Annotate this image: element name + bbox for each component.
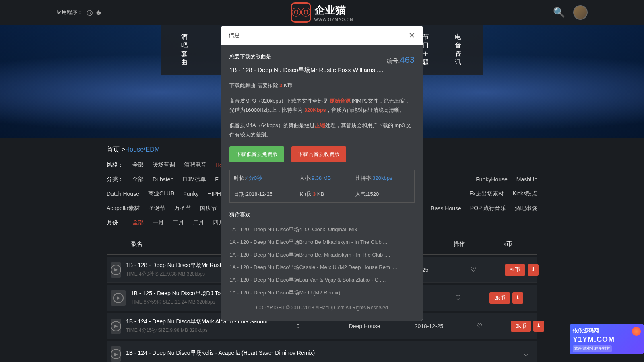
modal-body: 您要下载的歌曲是： 编号:463 1B - 128 - Deep Nu Disc…	[221, 45, 423, 321]
modal-prompt: 您要下载的歌曲是： 编号:463	[229, 52, 415, 61]
info-bitrate: 320kbps	[372, 175, 392, 181]
modal-info-table: 时长:4分0秒 大小:9.38 MB 比特率:320kbps 日期:2018-1…	[229, 170, 415, 203]
recommendation-item[interactable]: 1A - 120 - Deep Nu Disco早场Lou Van & Vija…	[229, 274, 415, 286]
modal-title: 信息	[229, 32, 240, 39]
recommendation-item[interactable]: 1A - 120 - Deep Nu Disco早场4_O_Clock_Orig…	[229, 223, 415, 236]
info-date: 2018-12-25	[246, 191, 273, 197]
modal-desc-lq: 低音质M4A（64kbps）的舞曲是经过压缩处理，其音质会和用户下载的 mp3 …	[229, 121, 415, 140]
recommendation-item[interactable]: 1A - 120 - Deep Nu Disco早场Cassie - Me x …	[229, 261, 415, 274]
modal-header: 信息 ✕	[221, 26, 423, 45]
download-free-button[interactable]: 下载低音质免费版	[229, 146, 284, 162]
info-popularity: 1520	[367, 191, 379, 197]
modal-line1: 您要下载的歌曲是：	[229, 53, 277, 60]
info-duration: 4分0秒	[246, 175, 262, 181]
download-paid-button[interactable]: 下载高音质收费版	[291, 146, 346, 162]
modal-footer: COPYRIGHT © 2016-2018 YiHaoDj.Com All Ri…	[229, 299, 415, 314]
close-icon[interactable]: ✕	[409, 31, 415, 40]
recommendation-item[interactable]: 1A - 120 - Deep Nu Disco早场Bruno Be, Mika…	[229, 249, 415, 261]
info-size: 9.38 MB	[312, 175, 331, 181]
modal-buttons: 下载低音质免费版 下载高音质收费版	[229, 146, 415, 162]
modal-overlay: 信息 ✕ 您要下载的歌曲是： 编号:463 1B - 128 - Deep Nu…	[0, 0, 644, 362]
recommendation-item[interactable]: 1A - 120 - Deep Nu Disco早场Bruno Be Mikad…	[229, 236, 415, 248]
modal-desc-hq: 高音质MP3（320kbps）下载的文件全部是 原始音源 的MP3文件，绝无压缩…	[229, 96, 415, 115]
recommendation-item[interactable]: 1A - 120 - Deep Nu Disco早场Me U (M2 Remix…	[229, 286, 415, 299]
recommendations-title: 猜你喜欢	[229, 210, 415, 219]
modal-id: 编号:463	[387, 52, 415, 68]
download-modal: 信息 ✕ 您要下载的歌曲是： 编号:463 1B - 128 - Deep Nu…	[221, 26, 423, 321]
modal-id-value: 463	[400, 55, 415, 65]
modal-cost: 下载此舞曲 需要扣除 3 K币	[229, 81, 415, 90]
